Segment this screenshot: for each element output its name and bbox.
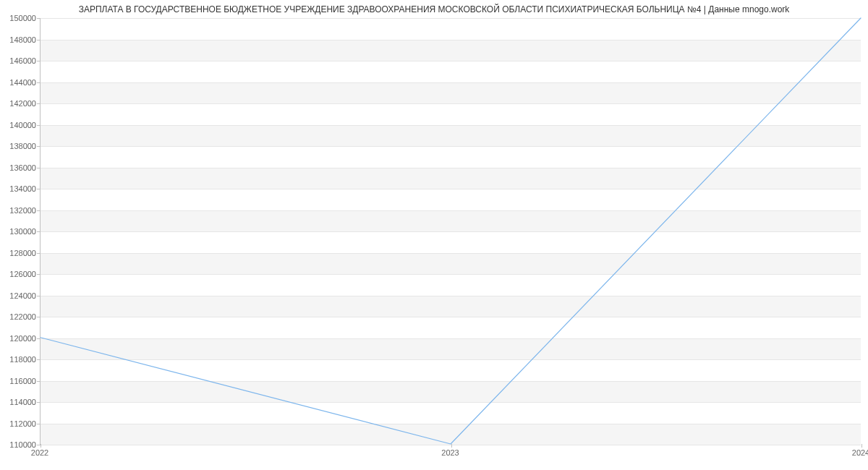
y-tick-label: 146000	[4, 56, 36, 65]
y-tick-label: 116000	[4, 377, 36, 385]
chart-container: ЗАРПЛАТА В ГОСУДАРСТВЕННОЕ БЮДЖЕТНОЕ УЧР…	[0, 0, 868, 470]
y-tick-label: 112000	[4, 419, 36, 428]
y-tick-label: 126000	[4, 270, 36, 278]
x-tick-mark	[861, 444, 862, 448]
y-tick-mark	[37, 210, 41, 211]
chart-title: ЗАРПЛАТА В ГОСУДАРСТВЕННОЕ БЮДЖЕТНОЕ УЧР…	[0, 4, 868, 14]
y-tick-label: 144000	[4, 78, 36, 87]
y-tick-mark	[37, 402, 41, 403]
y-tick-mark	[37, 40, 41, 40]
series-line	[41, 18, 861, 444]
y-tick-mark	[37, 424, 41, 424]
y-tick-label: 120000	[4, 334, 36, 343]
y-tick-mark	[37, 359, 41, 360]
y-tick-mark	[37, 189, 41, 189]
y-tick-label: 132000	[4, 206, 36, 215]
x-tick-label: 2023	[441, 448, 459, 457]
y-tick-label: 136000	[4, 163, 36, 172]
y-tick-mark	[37, 296, 41, 296]
y-tick-mark	[37, 317, 41, 317]
y-tick-label: 118000	[4, 355, 36, 364]
y-tick-mark	[37, 18, 41, 19]
y-tick-label: 140000	[4, 121, 36, 129]
y-tick-label: 150000	[4, 14, 36, 22]
y-tick-mark	[37, 82, 41, 83]
line-layer	[41, 18, 861, 444]
y-tick-label: 128000	[4, 249, 36, 257]
y-tick-mark	[37, 381, 41, 382]
y-tick-label: 130000	[4, 227, 36, 236]
y-tick-mark	[37, 168, 41, 168]
y-tick-label: 114000	[4, 398, 36, 406]
y-tick-mark	[37, 253, 41, 254]
x-tick-label: 2022	[31, 448, 48, 457]
plot-area	[40, 18, 861, 445]
x-tick-mark	[451, 444, 452, 448]
y-tick-mark	[37, 274, 41, 275]
x-tick-label: 2024	[852, 448, 868, 457]
y-tick-label: 142000	[4, 99, 36, 108]
y-tick-mark	[37, 125, 41, 126]
y-tick-label: 148000	[4, 35, 36, 44]
y-tick-mark	[37, 146, 41, 147]
y-tick-mark	[37, 61, 41, 61]
y-tick-label: 122000	[4, 312, 36, 321]
y-tick-mark	[37, 231, 41, 232]
y-tick-label: 138000	[4, 142, 36, 150]
y-tick-mark	[37, 103, 41, 104]
x-tick-mark	[41, 444, 41, 448]
y-tick-label: 134000	[4, 184, 36, 193]
y-tick-label: 124000	[4, 291, 36, 300]
y-tick-mark	[37, 338, 41, 339]
